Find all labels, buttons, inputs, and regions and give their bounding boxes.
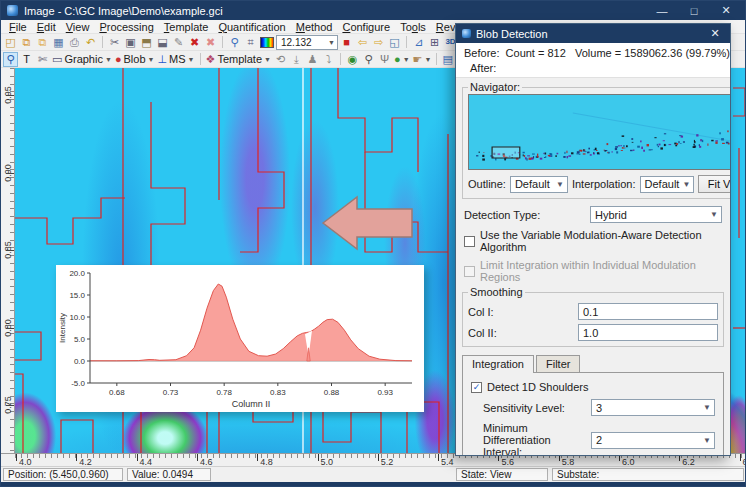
colormap-icon[interactable] — [259, 35, 275, 50]
cbs-globe-icon[interactable]: ◉ — [345, 52, 360, 67]
merge-icon[interactable]: ⬓ — [155, 35, 170, 50]
outline-select[interactable]: Default▼ — [510, 176, 568, 193]
cut-icon[interactable]: ✂ — [107, 35, 122, 50]
navigator-speckle — [632, 142, 634, 143]
navigator-thumbnail[interactable] — [468, 94, 730, 170]
navigator-speckle — [579, 151, 580, 153]
menu-template[interactable]: Template — [159, 21, 214, 33]
menu-processing[interactable]: Processing — [94, 21, 158, 33]
interpolation-select[interactable]: Default▼ — [640, 176, 695, 193]
open-file-icon[interactable]: ⧉ — [19, 35, 34, 50]
detect-shoulders-checkbox-row[interactable]: ✓ Detect 1D Shoulders — [471, 381, 715, 393]
toolbar-separator — [340, 53, 341, 65]
navigator-speckle — [590, 154, 592, 156]
y-ruler-major-tick — [6, 173, 14, 174]
template-apply-icon[interactable]: ♟ — [305, 52, 320, 67]
tab-filter[interactable]: Filter — [536, 355, 580, 373]
graphic-cut-icon[interactable]: ✄ — [35, 52, 50, 67]
navigator-speckle — [579, 154, 581, 155]
menu-tools[interactable]: Tools — [395, 21, 431, 33]
calculator-icon[interactable]: ⌗ — [243, 35, 258, 50]
min-diff-select[interactable]: 2▼ — [591, 432, 715, 449]
sphere-dropdown[interactable]: ●▼ — [393, 52, 411, 67]
template-update-icon[interactable]: ⤓ — [289, 52, 304, 67]
checkbox-disabled — [464, 266, 475, 277]
undo-icon[interactable]: ↶ — [83, 35, 98, 50]
window-title: Image - C:\GC Image\Demo\example.gci — [24, 5, 643, 17]
navigator-speckle — [536, 156, 537, 158]
navigator-speckle — [658, 146, 659, 147]
print-icon[interactable]: ⎙ — [67, 35, 82, 50]
record-stop-icon[interactable]: ■ — [339, 35, 354, 50]
status-position: Position: (5.450,0.960) — [3, 468, 123, 481]
table-icon[interactable]: ⊞ — [427, 35, 442, 50]
ms-dropdown[interactable]: ⊥MS▼ — [157, 52, 196, 67]
navigator-speckle — [568, 155, 571, 157]
chart-x-axis-label: Column II — [232, 399, 271, 409]
x-ruler-major-tick — [16, 454, 17, 461]
plot-icon[interactable]: ⊿ — [411, 35, 426, 50]
minimize-button[interactable]: — — [649, 5, 675, 17]
navigator-speckle — [683, 141, 685, 142]
template-dropdown[interactable]: ❖Template▼ — [205, 52, 272, 67]
dialog-close-icon[interactable]: ✕ — [706, 27, 724, 40]
dialog-body: Before: Count = 812 Volume = 1589062.36 … — [456, 43, 730, 455]
retention-value-combo[interactable]: 12.132▼ — [276, 35, 338, 50]
fit-view-button[interactable]: Fit View — [698, 175, 730, 193]
navigator-speckle — [623, 148, 626, 149]
navigator-speckle — [664, 133, 666, 134]
col2-input[interactable]: 1.0 — [578, 324, 718, 341]
tab-integration[interactable]: Integration — [462, 355, 534, 373]
delete-all-icon[interactable]: ✖ — [203, 35, 218, 50]
nav-forward-icon[interactable]: ⇨ — [371, 35, 386, 50]
sensitivity-select[interactable]: 3▼ — [591, 399, 715, 416]
search-properties-icon[interactable]: ⚲ — [227, 35, 242, 50]
navigator-speckle — [616, 151, 618, 153]
save-icon[interactable]: ▦ — [51, 35, 66, 50]
navigator-speckle — [523, 154, 524, 156]
navigator-speckle — [545, 156, 546, 158]
graphic-dropdown[interactable]: ▭Graphic▼ — [51, 52, 113, 67]
navigator-speckle — [526, 158, 527, 160]
navigator-speckle — [540, 158, 543, 160]
maximize-button[interactable]: □ — [681, 5, 707, 17]
navigator-speckle — [596, 150, 598, 151]
menu-method[interactable]: Method — [291, 21, 338, 33]
paste-icon[interactable]: ⬒ — [139, 35, 154, 50]
menu-edit[interactable]: Edit — [32, 21, 61, 33]
nav-back-icon[interactable]: ⇦ — [355, 35, 370, 50]
chart-x-tick-label: 0.68 — [109, 388, 125, 397]
zoom-tool-icon[interactable]: ⚲ — [3, 52, 18, 67]
detection-type-select[interactable]: Hybrid▼ — [590, 206, 722, 223]
template-options-icon[interactable]: ⤵ — [321, 52, 336, 67]
template-edit-icon[interactable]: ⟲ — [273, 52, 288, 67]
open-recent-icon[interactable]: ⧉ — [35, 35, 50, 50]
blob-detection-dialog: Blob Detection ✕ Before: Count = 812 Vol… — [455, 23, 731, 456]
instrument-icon[interactable]: Ψ — [377, 52, 392, 67]
menu-quantification[interactable]: Quantification — [213, 21, 290, 33]
library-search-icon[interactable]: ⚲ — [361, 52, 376, 67]
text-tool-icon[interactable]: T — [19, 52, 34, 67]
hand-tool-dropdown[interactable]: ☛▼ — [412, 52, 433, 67]
edit-icon[interactable]: ✎ — [171, 35, 186, 50]
menu-file[interactable]: File — [4, 21, 32, 33]
navigator-speckle — [719, 132, 721, 134]
dialog-title-bar[interactable]: Blob Detection ✕ — [456, 24, 730, 43]
chart-y-tick-label: -5.0 — [71, 379, 85, 388]
close-button[interactable]: ✕ — [713, 4, 739, 17]
copy-icon[interactable]: ▣ — [123, 35, 138, 50]
delete-icon[interactable]: ✖ — [187, 35, 202, 50]
blob-outline — [15, 332, 41, 360]
navigator-speckle — [527, 155, 530, 156]
blob-dropdown[interactable]: ●Blob▼ — [114, 52, 156, 67]
menu-view[interactable]: View — [61, 21, 95, 33]
menu-configure[interactable]: Configure — [337, 21, 395, 33]
checkbox-unchecked[interactable] — [464, 236, 475, 247]
variable-modulation-checkbox-row[interactable]: Use the Variable Modulation-Aware Detect… — [464, 229, 722, 253]
checkbox-checked[interactable]: ✓ — [471, 382, 482, 393]
chevron-down-icon: ▼ — [703, 403, 711, 412]
new-image-icon[interactable]: ◰ — [3, 35, 18, 50]
zoom-region-icon[interactable]: ◱ — [387, 35, 402, 50]
navigator-speckle — [583, 150, 584, 152]
col1-input[interactable]: 0.1 — [578, 303, 718, 320]
